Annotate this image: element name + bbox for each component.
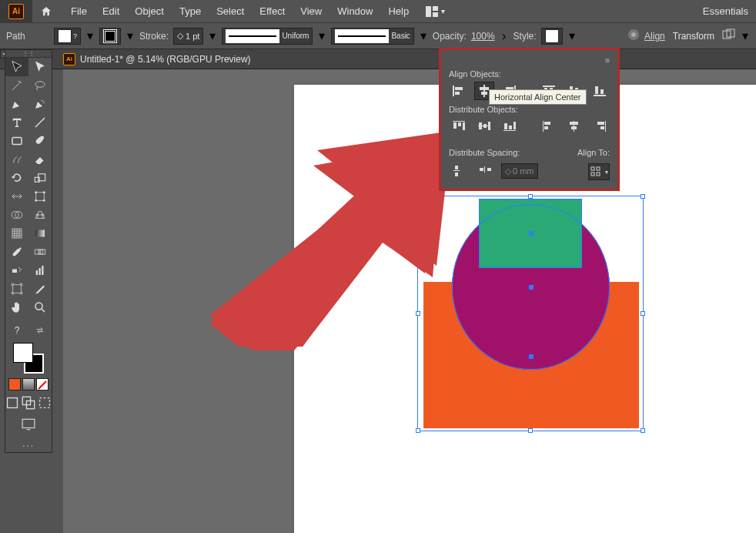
workspace-switcher[interactable]: Essentials — [695, 1, 756, 22]
rectangle-tool[interactable] — [5, 132, 28, 150]
swap-fill-stroke-icon[interactable] — [28, 321, 52, 340]
lasso-tool[interactable] — [28, 76, 52, 95]
more-options-dropdown-icon[interactable]: ▾ — [741, 28, 750, 43]
selection-handle[interactable] — [528, 428, 533, 433]
menu-object[interactable]: Object — [127, 1, 172, 22]
stroke-swatch[interactable] — [99, 28, 121, 45]
selection-handle[interactable] — [641, 194, 645, 199]
pen-tool[interactable] — [5, 95, 28, 113]
artboard-tool[interactable] — [5, 280, 28, 298]
fill-stroke-control[interactable] — [13, 343, 44, 374]
recolor-artwork-icon[interactable] — [627, 28, 640, 44]
dist-right-button[interactable] — [590, 117, 610, 136]
style-dropdown-icon[interactable]: ▾ — [567, 28, 577, 43]
svg-rect-68 — [504, 123, 507, 129]
align-objects-label: Align Objects: — [449, 69, 610, 79]
mesh-tool[interactable] — [5, 224, 28, 243]
shaper-tool[interactable] — [5, 150, 28, 169]
dist-vcenter-button[interactable] — [474, 117, 493, 136]
selection-handle[interactable] — [641, 428, 645, 433]
home-button[interactable] — [32, 0, 60, 23]
drawing-mode-behind[interactable] — [22, 394, 36, 412]
dist-spacing-vertical-button[interactable] — [449, 162, 470, 180]
svg-rect-67 — [503, 130, 516, 131]
svg-rect-29 — [39, 268, 41, 275]
zoom-tool[interactable] — [28, 298, 52, 317]
eraser-tool[interactable] — [28, 150, 52, 169]
menu-type[interactable]: Type — [172, 1, 209, 22]
document-layout-toggle[interactable]: ▾ — [423, 3, 448, 20]
align-bottom-button[interactable] — [590, 82, 610, 100]
main-menu: File Edit Object Type Select Effect View… — [63, 1, 416, 22]
selection-tool[interactable] — [5, 58, 28, 76]
brush-select[interactable]: Basic — [331, 28, 413, 45]
hand-tool[interactable] — [5, 298, 28, 317]
paintbrush-tool[interactable] — [28, 132, 52, 150]
symbol-sprayer-tool[interactable] — [5, 261, 28, 280]
isolate-icon[interactable] — [722, 28, 736, 44]
stroke-weight-dropdown-icon[interactable]: ▾ — [208, 28, 217, 43]
app-icon[interactable]: Ai — [0, 0, 32, 23]
stroke-weight-stepper[interactable]: ◇1 pt — [173, 28, 203, 45]
fill-dropdown-icon[interactable]: ▾ — [85, 28, 95, 43]
gradient-mode-swatch[interactable] — [22, 378, 35, 391]
default-fill-stroke[interactable]: ? — [5, 321, 28, 340]
direct-selection-tool[interactable] — [28, 58, 52, 76]
document-tab[interactable]: Untitled-1* @ 5.14% (RGB/GPU Preview) — [80, 54, 251, 65]
menu-edit[interactable]: Edit — [95, 1, 127, 22]
align-panel-toggle[interactable]: Align — [644, 31, 665, 42]
graphic-style-swatch[interactable] — [541, 28, 563, 45]
curvature-tool[interactable] — [28, 95, 52, 113]
fill-swatch[interactable]: ? — [54, 28, 81, 45]
stroke-dropdown-icon[interactable]: ▾ — [125, 28, 135, 43]
type-tool[interactable] — [5, 113, 28, 132]
perspective-grid-tool[interactable] — [28, 206, 52, 224]
dist-bottom-button[interactable] — [500, 117, 520, 136]
panel-menu-icon[interactable]: ≡ — [605, 56, 610, 65]
magic-wand-tool[interactable] — [5, 76, 28, 95]
screen-mode-toggle[interactable] — [17, 415, 41, 434]
free-transform-tool[interactable] — [28, 187, 52, 206]
menu-view[interactable]: View — [293, 1, 329, 22]
stroke-profile-select[interactable]: Uniform — [222, 28, 313, 45]
selection-handle[interactable] — [528, 194, 533, 199]
transform-panel-toggle[interactable]: Transform — [670, 31, 718, 42]
selection-handle[interactable] — [416, 428, 420, 433]
opacity-value[interactable]: 100% — [471, 31, 495, 42]
tools-panel-grip[interactable]: ⋮⋮ — [5, 50, 52, 58]
ai-logo-icon: Ai — [8, 4, 24, 19]
align-left-button[interactable] — [449, 82, 468, 100]
drawing-mode-inside[interactable] — [37, 394, 52, 412]
scale-tool[interactable] — [28, 169, 52, 187]
eyedropper-tool[interactable] — [5, 243, 28, 261]
drawing-mode-normal[interactable] — [5, 394, 20, 412]
blend-tool[interactable] — [28, 243, 52, 261]
selection-handle[interactable] — [641, 311, 645, 316]
gradient-tool[interactable] — [28, 224, 52, 243]
canvas-area[interactable] — [63, 69, 756, 533]
color-mode-swatch[interactable] — [8, 378, 21, 391]
align-to-select[interactable]: ▾ — [588, 163, 610, 180]
dist-hcenter-button[interactable] — [564, 117, 584, 136]
menu-file[interactable]: File — [63, 1, 95, 22]
menu-effect[interactable]: Effect — [252, 1, 293, 22]
shape-builder-tool[interactable] — [5, 206, 28, 224]
menu-select[interactable]: Select — [209, 1, 252, 22]
dist-spacing-horizontal-button[interactable] — [475, 162, 497, 180]
edit-toolbar-button[interactable]: ... — [5, 435, 52, 452]
width-tool[interactable] — [5, 187, 28, 206]
dist-top-button[interactable] — [449, 117, 468, 136]
column-graph-tool[interactable] — [28, 261, 52, 280]
stroke-profile-dropdown-icon[interactable]: ▾ — [317, 28, 326, 43]
rotate-tool[interactable] — [5, 169, 28, 187]
opacity-dropdown-icon[interactable]: › — [500, 29, 509, 43]
spacing-value-field[interactable]: ◇0 mm — [501, 163, 538, 179]
slice-tool[interactable] — [28, 280, 52, 298]
brush-dropdown-icon[interactable]: ▾ — [419, 28, 428, 43]
line-segment-tool[interactable] — [28, 113, 52, 132]
none-mode-swatch[interactable] — [36, 378, 49, 391]
menu-window[interactable]: Window — [329, 1, 380, 22]
dist-left-button[interactable] — [539, 117, 558, 136]
menu-help[interactable]: Help — [380, 1, 416, 22]
svg-rect-28 — [36, 270, 38, 275]
